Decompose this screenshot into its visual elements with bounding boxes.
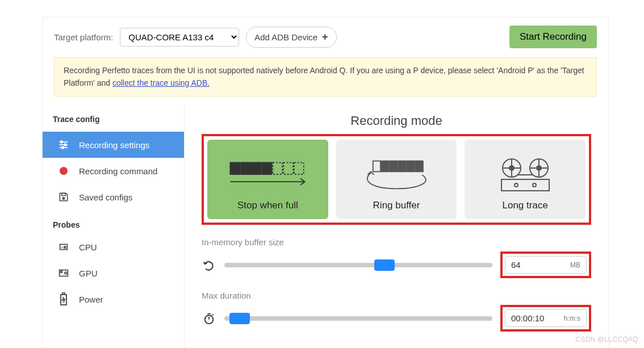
max-duration-block: Max duration 00:00:10 h:m:s (202, 291, 591, 332)
svg-point-12 (65, 272, 67, 275)
battery-icon (57, 293, 70, 305)
svg-point-42 (205, 315, 214, 324)
svg-rect-15 (62, 293, 65, 295)
main-panel: Recording mode Stop when full (185, 104, 608, 348)
notice-link[interactable]: collect the trace using ADB. (112, 78, 210, 87)
svg-rect-28 (407, 161, 415, 172)
add-adb-device-button[interactable]: Add ADB Device + (246, 27, 336, 48)
svg-line-45 (212, 315, 214, 316)
sidebar-item-power[interactable]: Power (43, 286, 184, 312)
long-trace-illustration-icon (483, 157, 568, 192)
buffer-size-block: In-memory buffer size 64 MB (202, 237, 591, 278)
add-adb-device-label: Add ADB Device (254, 32, 317, 42)
buffer-size-slider[interactable] (224, 263, 492, 267)
stop-full-illustration-icon (225, 157, 310, 192)
notice-banner: Recording Perfetto traces from the UI is… (54, 57, 597, 97)
svg-rect-26 (390, 161, 398, 172)
target-platform-label: Target platform: (54, 32, 113, 42)
svg-rect-4 (65, 144, 66, 146)
mode-label: Ring buffer (373, 200, 420, 211)
sidebar-item-label: CPU (79, 242, 97, 252)
max-duration-unit: h:m:s (564, 315, 580, 322)
max-duration-value: 00:00:10 (511, 313, 544, 323)
start-recording-button[interactable]: Start Recording (509, 26, 597, 48)
svg-rect-21 (283, 163, 293, 175)
cpu-icon (57, 241, 70, 253)
svg-rect-22 (294, 163, 304, 175)
sidebar-item-label: GPU (79, 269, 98, 278)
svg-rect-13 (61, 271, 62, 273)
mode-stop-when-full[interactable]: Stop when full (207, 140, 328, 219)
sidebar-item-label: Power (79, 295, 103, 304)
svg-rect-24 (373, 161, 380, 172)
mode-label: Stop when full (237, 200, 298, 211)
buffer-size-label: In-memory buffer size (202, 237, 591, 247)
mode-label: Long trace (503, 200, 548, 211)
record-icon (57, 165, 70, 177)
svg-rect-16 (231, 163, 240, 175)
recording-mode-options: Stop when full Ring buffer (202, 134, 591, 225)
tune-icon (57, 139, 70, 151)
target-platform-select[interactable]: QUAD-CORE A133 c4 (120, 28, 239, 47)
buffer-size-unit: MB (570, 261, 580, 269)
buffer-size-value: 64 (511, 260, 521, 270)
svg-rect-5 (62, 147, 64, 149)
sidebar-item-gpu[interactable]: GPU (43, 260, 184, 286)
max-duration-value-box[interactable]: 00:00:10 h:m:s (505, 309, 587, 327)
gpu-icon (57, 267, 70, 279)
sidebar: Trace config Recording settings Recordin… (43, 104, 185, 348)
svg-rect-10 (64, 246, 66, 248)
max-duration-label: Max duration (202, 291, 591, 300)
svg-rect-3 (61, 141, 62, 143)
svg-rect-29 (416, 161, 423, 172)
svg-point-40 (515, 183, 518, 187)
stopwatch-icon (202, 311, 216, 326)
sidebar-item-cpu[interactable]: CPU (43, 234, 184, 260)
sidebar-item-label: Saved configs (79, 192, 132, 202)
svg-rect-6 (62, 194, 66, 196)
sidebar-section-trace-config: Trace config (43, 110, 184, 132)
svg-rect-17 (241, 163, 250, 175)
ring-buffer-illustration-icon (354, 157, 439, 192)
sidebar-item-label: Recording command (79, 166, 157, 176)
sidebar-item-saved-configs[interactable]: Saved configs (43, 184, 184, 210)
svg-rect-20 (273, 163, 283, 175)
mode-long-trace[interactable]: Long trace (465, 140, 586, 219)
topbar: Target platform: QUAD-CORE A133 c4 Add A… (43, 18, 608, 57)
svg-rect-27 (399, 161, 406, 172)
sidebar-item-label: Recording settings (79, 140, 149, 150)
svg-rect-25 (382, 161, 389, 172)
mode-ring-buffer[interactable]: Ring buffer (336, 140, 457, 219)
sidebar-item-recording-command[interactable]: Recording command (43, 158, 184, 184)
max-duration-slider[interactable] (224, 316, 492, 321)
plus-icon: + (322, 31, 328, 43)
buffer-size-value-box[interactable]: 64 MB (505, 256, 587, 274)
save-icon (57, 191, 70, 203)
recording-mode-title: Recording mode (202, 114, 591, 128)
sidebar-section-probes: Probes (43, 210, 184, 234)
svg-point-41 (533, 183, 536, 187)
sidebar-item-recording-settings[interactable]: Recording settings (43, 132, 184, 158)
svg-rect-18 (252, 163, 261, 175)
svg-point-7 (62, 198, 64, 199)
reset-icon[interactable] (202, 258, 216, 272)
watermark: CSDN @LLCCQAQ (575, 336, 638, 343)
svg-rect-19 (262, 163, 272, 175)
svg-rect-30 (501, 179, 549, 191)
